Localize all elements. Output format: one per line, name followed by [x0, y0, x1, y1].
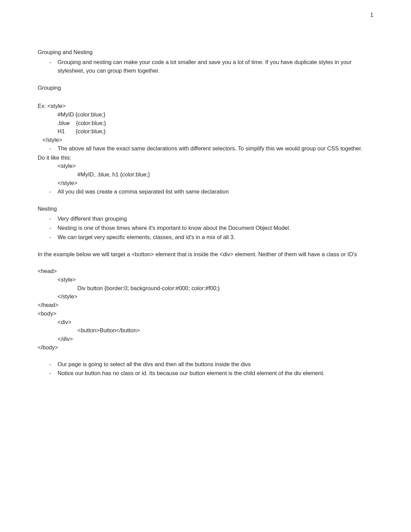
code-line: </style>	[38, 136, 373, 144]
code-line: #MyID {color:blue;}	[38, 110, 373, 119]
do-it-label: Do it like this:	[38, 153, 373, 162]
example-intro: In the example below we will target a <b…	[38, 250, 373, 259]
bullet-item: Notice our button has no class or id. It…	[58, 369, 373, 378]
code-line: <style>	[38, 275, 373, 284]
code-line: #MyID, .blue, h1 {color:blue;}	[38, 170, 373, 179]
bullet-item: We can target very specific elements, cl…	[58, 233, 373, 242]
bullet-item: Nesting is one of those times where it's…	[58, 224, 373, 232]
code-line: <body>	[38, 309, 373, 318]
code-line: <div>	[38, 318, 373, 326]
main-title: Grouping and Nesting	[38, 48, 373, 57]
code-line: <head>	[38, 267, 373, 275]
code-line: </div>	[38, 335, 373, 343]
bullet-item: Our page is going to select all the divs…	[58, 360, 373, 369]
grouping-bullets-2: All you did was create a comma separated…	[38, 187, 373, 196]
code-line: <button>Button</button>	[38, 326, 373, 335]
page-number: 1	[370, 11, 373, 19]
bullet-item: The above all have the exact same declar…	[58, 144, 373, 153]
code-line: H1 {color:blue;}	[38, 127, 373, 136]
code-line: </style>	[38, 179, 373, 187]
bullet-item: All you did was create a comma separated…	[58, 187, 373, 196]
code-line: </head>	[38, 301, 373, 309]
example-label: Ex: <style>	[38, 102, 373, 110]
code-line: </body>	[38, 343, 373, 352]
code-line: Div button {border:0; background-color:#…	[38, 284, 373, 293]
intro-bullets: Grouping and nesting can make your code …	[38, 58, 373, 75]
nesting-bullets: Very different than grouping Nesting is …	[38, 214, 373, 241]
code-line: .blue {color:blue;}	[38, 119, 373, 127]
nesting-heading: Nesting	[38, 205, 373, 213]
grouping-bullets: The above all have the exact same declar…	[38, 144, 373, 153]
final-bullets: Our page is going to select all the divs…	[38, 360, 373, 378]
bullet-item: Very different than grouping	[58, 214, 373, 223]
code-line: </style>	[38, 292, 373, 301]
document-content: Grouping and Nesting Grouping and nestin…	[0, 0, 411, 399]
bullet-item: Grouping and nesting can make your code …	[58, 58, 373, 75]
code-line: <style>	[38, 162, 373, 170]
grouping-heading: Grouping	[38, 84, 373, 92]
